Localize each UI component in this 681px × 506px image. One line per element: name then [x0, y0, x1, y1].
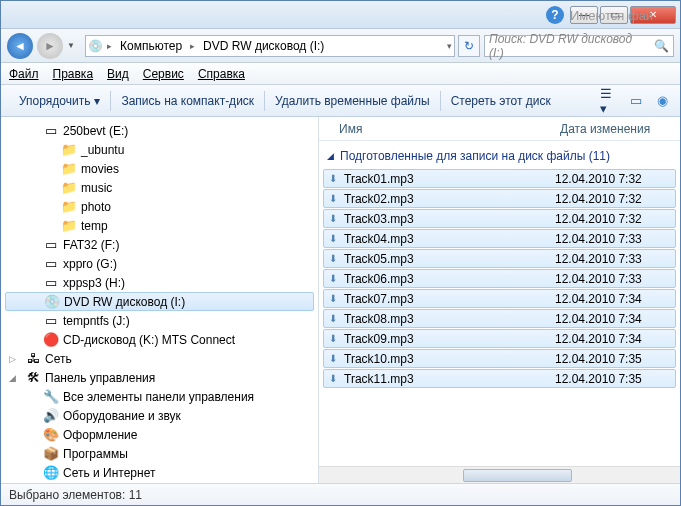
search-placeholder: Поиск: DVD RW дисковод (I:)	[489, 32, 650, 60]
file-name: Track11.mp3	[342, 372, 555, 386]
file-row[interactable]: ⬇Track08.mp312.04.2010 7:34	[323, 309, 676, 328]
search-input[interactable]: Поиск: DVD RW дисковод (I:) 🔍	[484, 35, 674, 57]
file-name: Track08.mp3	[342, 312, 555, 326]
menu-service[interactable]: Сервис	[143, 67, 184, 81]
file-row[interactable]: ⬇Track11.mp312.04.2010 7:35	[323, 369, 676, 388]
minimize-button[interactable]: —	[570, 6, 598, 24]
tree-item[interactable]: 📦Программы	[1, 444, 318, 463]
tree-item[interactable]: ▷🖧Сеть	[1, 349, 318, 368]
menu-edit[interactable]: Правка	[53, 67, 94, 81]
group-header[interactable]: ◢ Подготовленные для записи на диск файл…	[319, 141, 680, 169]
tree-item[interactable]: 🔧Все элементы панели управления	[1, 387, 318, 406]
h-scrollbar[interactable]	[319, 466, 680, 483]
breadcrumb-computer[interactable]: Компьютер	[116, 39, 186, 53]
col-date[interactable]: Дата изменения	[560, 122, 680, 136]
menu-help[interactable]: Справка	[198, 67, 245, 81]
tree-item-label: Оборудование и звук	[63, 409, 181, 423]
tree-item[interactable]: 💿DVD RW дисковод (I:)	[5, 292, 314, 311]
tree-item[interactable]: ▭250bevt (E:)	[1, 121, 318, 140]
disc-icon: 💿	[88, 39, 103, 53]
cp3-icon: 🔊	[43, 408, 59, 424]
file-pending-icon: ⬇	[324, 353, 342, 364]
tree-item[interactable]: ▭tempntfs (J:)	[1, 311, 318, 330]
tree-item[interactable]: 🎨Оформление	[1, 425, 318, 444]
drive-icon: ▭	[43, 256, 59, 272]
file-name: Track03.mp3	[342, 212, 555, 226]
file-name: Track07.mp3	[342, 292, 555, 306]
tree-item[interactable]: ▭xppsp3 (H:)	[1, 273, 318, 292]
net-icon: 🖧	[25, 351, 41, 367]
tree-item[interactable]: 📁music	[1, 178, 318, 197]
column-headers[interactable]: Имя Дата изменения	[319, 117, 680, 141]
file-name: Track06.mp3	[342, 272, 555, 286]
close-button[interactable]: ✕	[630, 6, 676, 24]
history-dropdown[interactable]: ▼	[67, 41, 81, 50]
tree-item[interactable]: 📁temp	[1, 216, 318, 235]
refresh-button[interactable]: ↻	[458, 35, 480, 57]
nav-tree[interactable]: ▭250bevt (E:)📁_ubuntu📁movies📁music📁photo…	[1, 117, 319, 483]
erase-disc-button[interactable]: Стереть этот диск	[441, 85, 561, 116]
menu-file[interactable]: Файл	[9, 67, 39, 81]
delete-temp-button[interactable]: Удалить временные файлы	[265, 85, 440, 116]
help-icon[interactable]: ?	[546, 6, 564, 24]
tree-item-label: CD-дисковод (K:) MTS Connect	[63, 333, 235, 347]
chevron-down-icon[interactable]: ▾	[447, 41, 452, 51]
file-row[interactable]: ⬇Track07.mp312.04.2010 7:34	[323, 289, 676, 308]
tree-item-label: FAT32 (F:)	[63, 238, 119, 252]
maximize-button[interactable]: ▭	[600, 6, 628, 24]
file-list[interactable]: ⬇Track01.mp312.04.2010 7:32⬇Track02.mp31…	[319, 169, 680, 466]
view-mode-button[interactable]: ☰ ▾	[600, 92, 620, 110]
status-text: Выбрано элементов: 11	[9, 488, 142, 502]
expand-icon[interactable]: ▷	[9, 354, 21, 364]
file-row[interactable]: ⬇Track03.mp312.04.2010 7:32	[323, 209, 676, 228]
tree-item[interactable]: ▭FAT32 (F:)	[1, 235, 318, 254]
menu-view[interactable]: Вид	[107, 67, 129, 81]
tree-item-label: Сеть	[45, 352, 72, 366]
file-name: Track09.mp3	[342, 332, 555, 346]
tree-item[interactable]: 🌐Сеть и Интернет	[1, 463, 318, 482]
file-row[interactable]: ⬇Track02.mp312.04.2010 7:32	[323, 189, 676, 208]
file-date: 12.04.2010 7:35	[555, 352, 675, 366]
back-button[interactable]: ◄	[7, 33, 33, 59]
file-row[interactable]: ⬇Track10.mp312.04.2010 7:35	[323, 349, 676, 368]
file-row[interactable]: ⬇Track05.mp312.04.2010 7:33	[323, 249, 676, 268]
col-name[interactable]: Имя	[319, 122, 560, 136]
scrollbar-thumb[interactable]	[463, 469, 571, 482]
tree-item[interactable]: 🔊Оборудование и звук	[1, 406, 318, 425]
disc-icon: 💿	[44, 294, 60, 310]
search-icon[interactable]: 🔍	[654, 39, 669, 53]
command-bar: Упорядочить ▾ Запись на компакт-диск Уда…	[1, 85, 680, 117]
folder-icon: 📁	[61, 218, 77, 234]
tree-item[interactable]: 📁_ubuntu	[1, 140, 318, 159]
file-row[interactable]: ⬇Track09.mp312.04.2010 7:34	[323, 329, 676, 348]
organize-button[interactable]: Упорядочить ▾	[9, 85, 110, 116]
file-pending-icon: ⬇	[324, 313, 342, 324]
tree-item[interactable]: ▭xppro (G:)	[1, 254, 318, 273]
tree-item[interactable]: 🔴CD-дисковод (K:) MTS Connect	[1, 330, 318, 349]
file-pending-icon: ⬇	[324, 293, 342, 304]
tree-item[interactable]: 🛡Система и безопасность	[1, 482, 318, 483]
tree-item-label: Оформление	[63, 428, 137, 442]
file-row[interactable]: ⬇Track06.mp312.04.2010 7:33	[323, 269, 676, 288]
file-name: Track04.mp3	[342, 232, 555, 246]
tree-item-label: xppro (G:)	[63, 257, 117, 271]
file-row[interactable]: ⬇Track01.mp312.04.2010 7:32	[323, 169, 676, 188]
breadcrumb-location[interactable]: DVD RW дисковод (I:)	[199, 39, 328, 53]
file-date: 12.04.2010 7:35	[555, 372, 675, 386]
tree-item[interactable]: ◢🛠Панель управления	[1, 368, 318, 387]
burn-button[interactable]: Запись на компакт-диск	[111, 85, 264, 116]
file-row[interactable]: ⬇Track04.mp312.04.2010 7:33	[323, 229, 676, 248]
forward-button[interactable]: ►	[37, 33, 63, 59]
address-bar[interactable]: 💿 ▸ Компьютер ▸ DVD RW дисковод (I:) ▾	[85, 35, 455, 57]
preview-pane-button[interactable]: ▭	[626, 92, 646, 110]
tree-item-label: Панель управления	[45, 371, 155, 385]
help-button[interactable]: ◉	[652, 92, 672, 110]
group-count: (11)	[589, 149, 610, 163]
file-date: 12.04.2010 7:33	[555, 272, 675, 286]
tree-item[interactable]: 📁photo	[1, 197, 318, 216]
titlebar: ? — ▭ ✕	[1, 1, 680, 29]
tree-item[interactable]: 📁movies	[1, 159, 318, 178]
tree-item-label: Все элементы панели управления	[63, 390, 254, 404]
expand-icon[interactable]: ◢	[9, 373, 21, 383]
file-pending-icon: ⬇	[324, 253, 342, 264]
